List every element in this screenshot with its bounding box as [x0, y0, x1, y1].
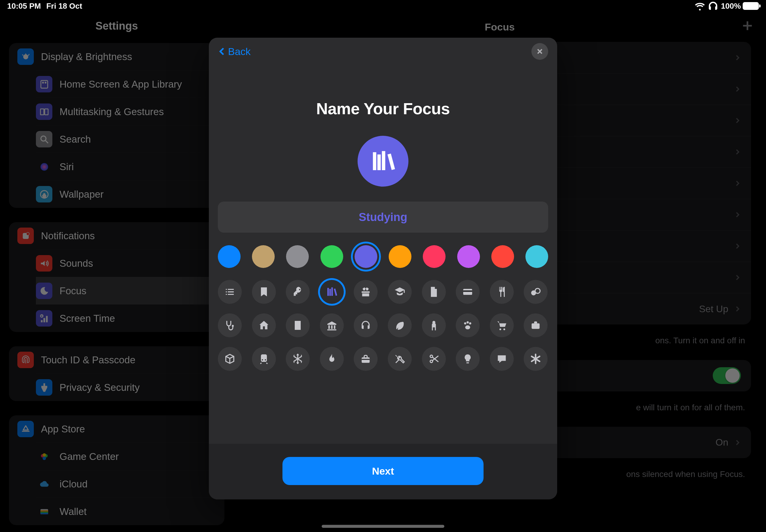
status-date: Fri 18 Oct — [46, 1, 82, 11]
glyph-document[interactable] — [422, 280, 446, 304]
color-swatch[interactable] — [320, 245, 343, 268]
glyph-snowflake[interactable] — [286, 347, 310, 371]
next-label: Next — [372, 465, 394, 477]
battery-pct: 100% — [721, 1, 741, 11]
color-swatch[interactable] — [526, 245, 548, 268]
color-swatch[interactable] — [252, 245, 275, 268]
svg-point-37 — [535, 288, 540, 293]
wifi-icon — [695, 1, 705, 11]
svg-point-38 — [232, 325, 234, 327]
battery-indicator: 100% — [721, 1, 759, 11]
glyph-stethoscope[interactable] — [218, 313, 242, 337]
svg-rect-46 — [532, 323, 540, 329]
briefcase-icon — [530, 319, 542, 331]
flame-icon — [326, 353, 338, 365]
glyph-building[interactable] — [286, 313, 310, 337]
status-bar: 10:05 PM Fri 18 Oct 100% — [0, 0, 766, 12]
house-icon — [258, 319, 270, 331]
svg-point-44 — [500, 328, 501, 330]
bookmark-icon — [258, 286, 270, 298]
svg-point-42 — [469, 322, 471, 324]
glyph-columns[interactable] — [320, 313, 344, 337]
svg-point-48 — [261, 359, 263, 360]
tram-icon — [258, 353, 270, 365]
svg-rect-47 — [261, 354, 267, 362]
glyph-lightbulb[interactable] — [456, 347, 480, 371]
glyph-shippingbox[interactable] — [218, 347, 242, 371]
glyph-bookmark[interactable] — [252, 280, 276, 304]
svg-rect-35 — [463, 290, 472, 292]
building-icon — [292, 319, 304, 331]
list-icon — [224, 286, 236, 298]
focus-name-value: Studying — [359, 211, 408, 224]
glyph-list[interactable] — [218, 280, 242, 304]
pawprint-icon — [462, 319, 474, 331]
color-swatch[interactable] — [457, 245, 480, 268]
color-swatch[interactable] — [423, 245, 446, 268]
focus-preview-icon — [357, 136, 409, 187]
glyph-leaf[interactable] — [388, 313, 412, 337]
pills-icon — [530, 286, 542, 298]
close-button[interactable] — [532, 43, 548, 60]
color-swatch[interactable] — [389, 245, 412, 268]
glyph-fork-knife[interactable] — [490, 280, 514, 304]
toolbox-icon — [360, 353, 371, 365]
wrench-screwdriver-icon — [394, 353, 406, 365]
graduation-cap-icon — [394, 286, 406, 298]
color-swatch[interactable] — [354, 245, 377, 268]
lightbulb-icon — [462, 353, 474, 365]
color-swatch[interactable] — [286, 245, 309, 268]
glyph-briefcase[interactable] — [524, 313, 548, 337]
glyph-pills[interactable] — [524, 280, 548, 304]
shippingbox-icon — [224, 353, 236, 365]
glyph-message[interactable] — [490, 347, 514, 371]
back-button[interactable]: Back — [218, 46, 251, 57]
asterisk-icon — [530, 353, 542, 365]
svg-point-41 — [467, 321, 469, 323]
color-swatch[interactable] — [491, 245, 514, 268]
glyph-books[interactable] — [320, 280, 344, 304]
books-icon — [326, 286, 338, 298]
focus-name-input[interactable]: Studying — [218, 202, 548, 233]
next-button[interactable]: Next — [282, 457, 484, 485]
glyph-graduation-cap[interactable] — [388, 280, 412, 304]
color-swatch[interactable] — [218, 245, 240, 268]
fork-knife-icon — [496, 286, 508, 298]
glyph-tram[interactable] — [252, 347, 276, 371]
glyph-cart[interactable] — [490, 313, 514, 337]
glyph-toolbox[interactable] — [354, 347, 377, 371]
svg-point-45 — [503, 328, 505, 330]
status-time: 10:05 PM — [7, 1, 41, 11]
glyph-wrench-screwdriver[interactable] — [388, 347, 412, 371]
books-icon — [369, 148, 397, 175]
glyph-credit-card[interactable] — [456, 280, 480, 304]
message-icon — [496, 353, 508, 365]
modal-title: Name Your Focus — [209, 99, 557, 118]
glyph-house[interactable] — [252, 313, 276, 337]
glyph-headphones[interactable] — [354, 313, 377, 337]
document-icon — [428, 286, 440, 298]
headphones-icon — [360, 319, 371, 331]
glyph-gift[interactable] — [354, 280, 377, 304]
glyph-person[interactable] — [422, 313, 446, 337]
credit-card-icon — [462, 286, 474, 298]
chevron-left-icon — [218, 46, 226, 57]
gift-icon — [360, 286, 371, 298]
snowflake-icon — [292, 353, 304, 365]
scissors-icon — [428, 353, 440, 365]
glyph-asterisk[interactable] — [524, 347, 548, 371]
columns-icon — [326, 319, 338, 331]
svg-point-49 — [264, 359, 266, 360]
cart-icon — [496, 319, 508, 331]
svg-rect-51 — [362, 359, 370, 360]
person-icon — [428, 319, 440, 331]
stethoscope-icon — [224, 319, 236, 331]
glyph-pawprint[interactable] — [456, 313, 480, 337]
svg-point-53 — [430, 360, 433, 362]
svg-point-52 — [430, 355, 433, 358]
back-label: Back — [228, 46, 251, 57]
close-icon — [536, 48, 543, 55]
glyph-scissors[interactable] — [422, 347, 446, 371]
glyph-flame[interactable] — [320, 347, 344, 371]
glyph-key[interactable] — [286, 280, 310, 304]
